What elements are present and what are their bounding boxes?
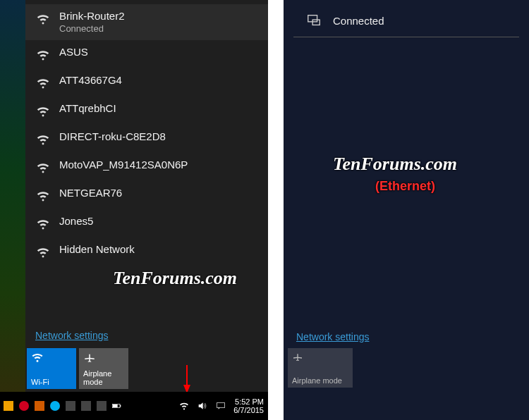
airplane-icon <box>83 351 96 364</box>
wifi-tile[interactable]: Wi-Fi <box>27 348 76 389</box>
network-settings-link[interactable]: Network settings <box>35 330 108 341</box>
wifi-network-name: Brink-Router2 <box>59 10 125 23</box>
wifi-network-list: Brink-Router2ConnectedASUSATT43667G4ATTq… <box>25 0 268 266</box>
wifi-network-item[interactable]: Jones5 <box>25 209 268 237</box>
quick-tiles: Wi-Fi Airplane mode <box>25 347 130 392</box>
taskbar-clock[interactable]: 5:52 PM 6/7/2015 <box>233 397 264 414</box>
wifi-network-name: ATT43667G4 <box>59 74 122 87</box>
wifi-network-status: Connected <box>59 23 125 35</box>
wifi-network-item[interactable]: DIRECT-roku-C8E2D8 <box>25 125 268 153</box>
wifi-icon <box>35 132 51 147</box>
taskbar-left: 5:52 PM 6/7/2015 <box>0 392 268 420</box>
wifi-network-item[interactable]: ATT43667G4 <box>25 68 268 97</box>
wifi-icon <box>35 160 51 175</box>
wifi-icon <box>35 188 51 204</box>
wifi-tray-icon[interactable] <box>178 400 190 412</box>
ethernet-flyout-panel: Connected TenForums.com (Ethernet) Netwo… <box>284 0 529 420</box>
ethernet-status-label: Connected <box>333 15 384 27</box>
shield-icon[interactable] <box>34 400 45 412</box>
taskbar-tray: 5:52 PM 6/7/2015 <box>178 397 268 414</box>
airplane-mode-tile[interactable]: Airplane mode <box>288 348 353 388</box>
wifi-network-item[interactable]: ASUS <box>25 40 268 68</box>
airplane-mode-tile[interactable]: Airplane mode <box>79 348 128 389</box>
ethernet-icon <box>306 13 322 28</box>
skype-icon[interactable] <box>49 400 61 412</box>
taskbar-date: 6/7/2015 <box>233 406 264 414</box>
wifi-network-name: ATTqrebhCI <box>59 102 116 116</box>
svg-rect-7 <box>312 20 320 25</box>
airplane-tile-label: Airplane mode <box>292 376 348 385</box>
wifi-network-name: Jones5 <box>59 215 93 228</box>
wifi-icon <box>35 47 51 63</box>
mail-icon[interactable] <box>96 400 107 412</box>
wifi-network-name: NETGEAR76 <box>59 187 122 200</box>
wifi-network-item[interactable]: ATTqrebhCI <box>25 97 268 125</box>
ethernet-status-row: Connected <box>293 0 519 37</box>
wifi-icon <box>35 245 51 260</box>
wifi-flyout-panel: Brink-Router2ConnectedASUSATT43667G4ATTq… <box>0 0 268 420</box>
wifi-network-item[interactable]: Brink-Router2Connected <box>25 4 268 40</box>
wifi-icon <box>35 104 51 119</box>
network-settings-link[interactable]: Network settings <box>296 331 369 342</box>
svg-rect-5 <box>217 402 225 407</box>
people-icon[interactable] <box>65 400 76 412</box>
beats-icon[interactable] <box>18 400 30 412</box>
wifi-network-name: ASUS <box>59 46 88 59</box>
wifi-network-name: Hidden Network <box>59 243 135 257</box>
wifi-icon <box>35 11 51 27</box>
wifi-icon <box>35 216 51 232</box>
watermark: TenForums.com <box>333 154 457 175</box>
wifi-network-item[interactable]: MotoVAP_M91412SA0N6P <box>25 153 268 181</box>
airplane-tile-label: Airplane mode <box>83 369 124 386</box>
taskbar-time: 5:52 PM <box>233 397 264 406</box>
volume-icon[interactable] <box>197 400 208 412</box>
wifi-icon <box>35 75 51 91</box>
desktop-strip <box>0 0 25 420</box>
store-icon[interactable] <box>80 400 92 412</box>
action-center-icon[interactable] <box>215 400 226 412</box>
svg-rect-3 <box>120 405 121 407</box>
wifi-network-name: MotoVAP_M91412SA0N6P <box>59 159 188 172</box>
taskbar-apps <box>0 400 123 412</box>
wifi-network-name: DIRECT-roku-C8E2D8 <box>59 130 166 144</box>
network-flyout: Brink-Router2ConnectedASUSATT43667G4ATTq… <box>25 0 268 392</box>
wifi-network-item[interactable]: NETGEAR76 <box>25 181 268 209</box>
battery-icon[interactable] <box>111 400 123 412</box>
wifi-icon <box>31 351 44 364</box>
search-icon[interactable] <box>3 400 14 412</box>
wifi-network-item[interactable]: Hidden Network <box>25 237 268 266</box>
airplane-icon <box>292 351 348 364</box>
watermark-sub: (Ethernet) <box>375 179 435 194</box>
wifi-tile-label: Wi-Fi <box>31 378 72 386</box>
svg-rect-4 <box>113 404 118 407</box>
